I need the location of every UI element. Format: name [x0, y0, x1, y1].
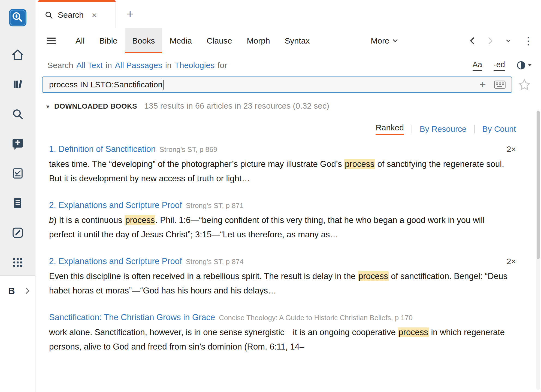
notes-pen-icon — [11, 226, 24, 239]
result-source: Strong’s ST, p 874 — [186, 258, 244, 266]
forward-icon[interactable] — [488, 37, 494, 45]
favorite-search-button[interactable] — [518, 79, 531, 91]
section-title[interactable]: DOWNLOADED BOOKS — [54, 102, 137, 111]
tab-bible[interactable]: Bible — [92, 28, 125, 53]
scope-theologies-link[interactable]: Theologies — [174, 61, 214, 70]
bible-button[interactable] — [0, 129, 35, 158]
result-source: Concise Theology: A Guide to Historic Ch… — [219, 314, 413, 322]
chevron-down-icon — [528, 64, 532, 67]
documents-button[interactable] — [0, 188, 35, 218]
collapse-section-icon[interactable]: ▾ — [46, 103, 49, 110]
result-item: 2. Explanations and Scripture Proof Stro… — [49, 200, 516, 242]
shortcut-bar-item[interactable]: B — [0, 283, 35, 299]
library-icon — [11, 78, 24, 91]
app-logo — [9, 9, 27, 28]
guides-button[interactable] — [0, 158, 35, 188]
home-icon — [11, 48, 24, 61]
sort-by-count[interactable]: By Count — [482, 124, 516, 134]
scope-all-text-link[interactable]: All Text — [76, 61, 102, 70]
scope-search-label: Search — [47, 61, 73, 70]
search-input[interactable]: process IN LSTO:Sanctification + — [42, 76, 512, 93]
tab-strip: Search × + — [35, 0, 541, 28]
result-title[interactable]: 1. Definition of Sanctification — [49, 144, 156, 154]
scope-for-label: for — [217, 61, 227, 70]
back-icon[interactable] — [469, 37, 475, 45]
results-header: ▾ DOWNLOADED BOOKS 135 results in 66 art… — [35, 101, 541, 111]
apps-grid-icon — [11, 256, 24, 269]
results-summary: 135 results in 66 articles in 23 resourc… — [144, 101, 329, 111]
sidebar-nav — [0, 40, 35, 277]
result-body: b) It is a continuous process. Phil. 1:6… — [49, 213, 512, 242]
star-icon — [518, 79, 531, 91]
search-icon — [11, 108, 24, 120]
result-title[interactable]: 2. Explanations and Scripture Proof — [49, 256, 182, 266]
search-kind-bar: All Bible Books Media Clause Morph Synta… — [35, 28, 541, 53]
chevron-down-icon — [393, 39, 398, 42]
sidebar-icon-rail — [0, 0, 35, 276]
new-tab-button[interactable]: + — [127, 8, 134, 20]
hamburger-icon — [46, 37, 56, 45]
scrollbar-track[interactable] — [536, 110, 540, 390]
result-body: takes time. The “developing” of the phot… — [49, 157, 512, 186]
tab-syntax[interactable]: Syntax — [277, 28, 317, 53]
nav-controls: ⋮ — [469, 28, 541, 53]
logos-logo-icon — [9, 9, 27, 27]
close-tab-icon[interactable]: × — [92, 11, 97, 19]
scope-in-label: in — [105, 61, 112, 70]
tab-all[interactable]: All — [68, 28, 92, 53]
sort-ranked[interactable]: Ranked — [376, 123, 404, 135]
shortcut-letter: B — [8, 286, 15, 296]
match-options: Aa ·ed — [473, 60, 532, 71]
match-forms-button[interactable]: ·ed — [494, 60, 505, 71]
sidebar: B — [0, 0, 35, 392]
notes-button[interactable] — [0, 218, 35, 247]
more-label: More — [371, 36, 389, 45]
sort-options: Ranked By Resource By Count — [35, 123, 541, 135]
result-header: 2. Explanations and Scripture Proof Stro… — [49, 256, 516, 266]
result-count: 2× — [507, 257, 516, 266]
result-body: work alone. Sanctification, however, is … — [49, 325, 512, 354]
apps-button[interactable] — [0, 247, 35, 277]
home-button[interactable] — [0, 40, 35, 69]
result-item: Sanctification: The Christian Grows in G… — [49, 313, 516, 354]
scope-all-passages-link[interactable]: All Passages — [115, 61, 162, 70]
match-case-button[interactable]: Aa — [473, 60, 482, 71]
menu-button[interactable] — [46, 37, 56, 45]
result-header: 1. Definition of Sanctification Strong’s… — [49, 144, 516, 154]
result-header: 2. Explanations and Scripture Proof Stro… — [49, 200, 516, 210]
tab-books[interactable]: Books — [125, 28, 162, 53]
result-item: 2. Explanations and Scripture Proof Stro… — [49, 256, 516, 298]
document-icon — [11, 197, 24, 209]
bible-icon — [11, 137, 24, 150]
results-panel: ▾ DOWNLOADED BOOKS 135 results in 66 art… — [35, 94, 541, 392]
result-item: 1. Definition of Sanctification Strong’s… — [49, 144, 516, 186]
sort-by-resource[interactable]: By Resource — [420, 124, 467, 134]
kebab-menu-icon[interactable]: ⋮ — [523, 36, 533, 46]
result-body: Even this discipline is often received i… — [49, 269, 512, 298]
more-menu[interactable]: More — [363, 28, 405, 53]
sort-divider — [474, 125, 475, 133]
result-title[interactable]: 2. Explanations and Scripture Proof — [49, 200, 182, 210]
scope-in2-label: in — [165, 61, 171, 70]
tab-media[interactable]: Media — [162, 28, 199, 53]
tab-clause[interactable]: Clause — [199, 28, 239, 53]
add-search-term-icon[interactable]: + — [479, 79, 486, 90]
keyboard-icon[interactable] — [494, 81, 506, 89]
scrollbar-thumb[interactable] — [537, 111, 540, 259]
history-dropdown-icon[interactable] — [506, 39, 510, 42]
search-query-text: process IN LSTO:Sanctification — [49, 80, 162, 89]
result-source: Strong’s ST, p 871 — [186, 201, 244, 210]
recent-searches-button[interactable] — [516, 61, 532, 70]
text-caret — [163, 80, 164, 90]
main-panel: Search × + All Bible Books Media Clause … — [35, 0, 541, 392]
tab-morph[interactable]: Morph — [240, 28, 277, 53]
search-nav-button[interactable] — [0, 99, 35, 129]
search-scope-bar: Search All Text in All Passages in Theol… — [35, 53, 541, 75]
recent-searches-icon — [516, 61, 526, 70]
app-window: B Search × + — [0, 0, 541, 392]
tab-search[interactable]: Search × — [38, 0, 116, 28]
library-button[interactable] — [0, 69, 35, 99]
result-header: Sanctification: The Christian Grows in G… — [49, 313, 516, 322]
result-title[interactable]: Sanctification: The Christian Grows in G… — [49, 313, 215, 322]
chevron-right-icon — [25, 287, 30, 294]
